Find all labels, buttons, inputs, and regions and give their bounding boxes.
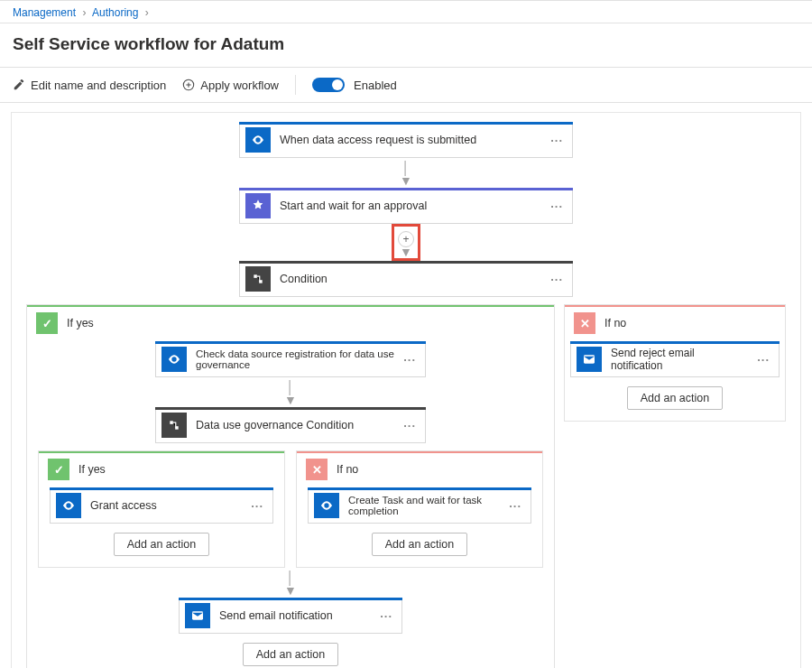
step-condition[interactable]: Condition ··· xyxy=(239,261,573,297)
mail-icon xyxy=(185,603,210,628)
breadcrumb-sep-icon: › xyxy=(82,6,86,19)
toolbar: Edit name and description Apply workflow… xyxy=(0,67,812,103)
accent-bar xyxy=(565,305,785,307)
svg-point-4 xyxy=(173,358,176,361)
accent-bar xyxy=(297,451,542,453)
plus-circle-icon xyxy=(182,79,195,91)
more-icon[interactable]: ··· xyxy=(541,199,572,213)
mail-icon xyxy=(577,347,602,372)
arrow-down-icon: │▼ xyxy=(284,377,297,407)
step-create-task[interactable]: Create Task and wait for task completion… xyxy=(308,487,531,524)
add-action-button[interactable]: Add an action xyxy=(114,533,209,556)
workflow-canvas: When data access request is submitted ··… xyxy=(11,112,801,668)
page-title: Self Service workflow for Adatum xyxy=(0,23,812,67)
approval-icon xyxy=(245,193,271,218)
branch-inner-if-yes: ✓ If yes Grant access ··· xyxy=(38,450,285,568)
step-grant-access[interactable]: Grant access ··· xyxy=(50,487,273,524)
branch-inner-if-no: ✕ If no Create Task and wait for task co… xyxy=(296,450,543,568)
eye-icon xyxy=(245,127,271,153)
more-icon[interactable]: ··· xyxy=(541,273,572,286)
edit-name-description-button[interactable]: Edit name and description xyxy=(13,79,166,92)
accent-bar xyxy=(239,122,573,125)
more-icon[interactable]: ··· xyxy=(748,353,779,366)
accent-bar xyxy=(39,451,284,453)
enabled-toggle[interactable] xyxy=(312,78,345,92)
step-governance-condition[interactable]: Data use governance Condition ··· xyxy=(155,407,426,443)
breadcrumb-sep-icon: › xyxy=(145,6,149,19)
step-label: Send email notification xyxy=(219,609,371,622)
more-icon[interactable]: ··· xyxy=(541,134,572,147)
step-send-email[interactable]: Send email notification ··· xyxy=(179,598,402,634)
breadcrumb-management[interactable]: Management xyxy=(13,6,76,19)
add-action-button[interactable]: Add an action xyxy=(627,386,723,410)
step-label: Send reject email notification xyxy=(611,347,748,372)
branch-label: If yes xyxy=(78,463,106,476)
accent-bar xyxy=(50,487,273,490)
accent-bar xyxy=(155,407,426,410)
cross-icon: ✕ xyxy=(306,459,328,480)
step-trigger[interactable]: When data access request is submitted ··… xyxy=(239,122,573,158)
step-send-reject-email[interactable]: Send reject email notification ··· xyxy=(570,341,780,377)
accent-bar xyxy=(179,598,402,600)
more-icon[interactable]: ··· xyxy=(500,499,531,513)
step-label: Create Task and wait for task completion xyxy=(348,495,500,516)
svg-rect-5 xyxy=(170,421,173,424)
branch-label: If no xyxy=(604,317,626,329)
breadcrumb: Management › Authoring › xyxy=(0,1,812,23)
check-icon: ✓ xyxy=(48,459,69,480)
accent-bar xyxy=(308,487,531,490)
apply-workflow-button[interactable]: Apply workflow xyxy=(182,79,279,92)
step-check-registration[interactable]: Check data source registration for data … xyxy=(155,341,426,377)
divider xyxy=(295,75,296,95)
add-action-button[interactable]: Add an action xyxy=(243,643,338,666)
more-icon[interactable]: ··· xyxy=(394,419,425,432)
pencil-icon xyxy=(13,79,25,91)
eye-icon xyxy=(161,347,187,372)
step-approval[interactable]: Start and wait for an approval ··· xyxy=(239,188,573,224)
check-icon: ✓ xyxy=(36,312,58,334)
accent-bar xyxy=(239,188,573,190)
svg-point-8 xyxy=(326,505,328,507)
step-label: Start and wait for an approval xyxy=(280,199,541,212)
accent-bar xyxy=(27,305,554,307)
svg-point-1 xyxy=(257,139,260,142)
branch-label: If yes xyxy=(67,317,94,329)
insert-step-highlight: + ▼ xyxy=(392,224,420,261)
branch-if-yes: ✓ If yes Check data source registration … xyxy=(26,304,555,668)
edit-label: Edit name and description xyxy=(31,79,166,92)
svg-point-7 xyxy=(68,505,70,507)
add-action-button[interactable]: Add an action xyxy=(372,533,467,556)
more-icon[interactable]: ··· xyxy=(371,609,401,623)
step-label: Grant access xyxy=(90,499,242,512)
branch-label: If no xyxy=(337,463,358,476)
accent-bar xyxy=(570,341,780,344)
arrow-down-icon: │▼ xyxy=(284,568,297,598)
arrow-down-icon: │▼ xyxy=(400,158,412,188)
step-label: When data access request is submitted xyxy=(280,134,541,146)
accent-bar xyxy=(155,341,426,344)
svg-rect-2 xyxy=(254,274,257,278)
branch-if-no: ✕ If no Send reject email notification ·… xyxy=(564,304,786,422)
step-label: Data use governance Condition xyxy=(196,419,394,431)
more-icon[interactable]: ··· xyxy=(394,353,425,366)
apply-label: Apply workflow xyxy=(200,79,279,92)
cross-icon: ✕ xyxy=(574,312,595,334)
breadcrumb-authoring[interactable]: Authoring xyxy=(92,6,138,19)
arrow-down-icon: ▼ xyxy=(400,246,412,258)
step-label: Condition xyxy=(280,273,541,285)
more-icon[interactable]: ··· xyxy=(242,499,272,513)
condition-icon xyxy=(161,413,187,438)
accent-bar xyxy=(239,261,573,264)
eye-icon xyxy=(56,493,81,518)
condition-icon xyxy=(245,266,271,292)
eye-icon xyxy=(314,493,339,518)
enabled-label: Enabled xyxy=(354,79,397,92)
step-label: Check data source registration for data … xyxy=(196,348,394,370)
